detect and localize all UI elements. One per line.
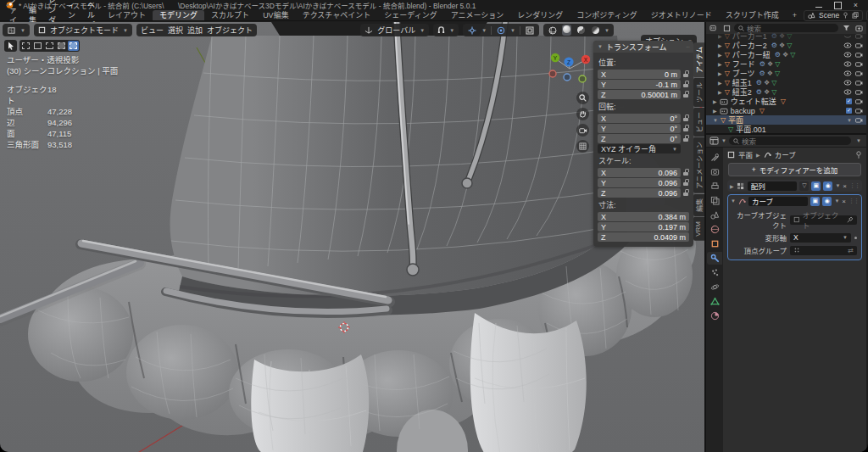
scale-y-field[interactable]: Y0.096 bbox=[598, 178, 681, 187]
select-invert-button[interactable] bbox=[56, 41, 67, 51]
dim-y-field[interactable]: Y0.197 m bbox=[598, 222, 689, 232]
lock-icon[interactable] bbox=[683, 135, 689, 142]
tweak-tool-button[interactable] bbox=[4, 40, 17, 52]
tab-tool-icon[interactable] bbox=[707, 151, 722, 164]
expand-icon[interactable]: ▶ bbox=[730, 183, 734, 189]
transform-panel-header[interactable]: ▼ トランスフォーム ··· bbox=[593, 41, 693, 53]
tab-object-icon[interactable] bbox=[707, 237, 722, 250]
properties-search-input[interactable]: 検索 bbox=[729, 137, 851, 145]
tab-vrm[interactable]: VRM bbox=[693, 217, 706, 241]
tab-edit[interactable]: 編集 bbox=[693, 194, 706, 216]
rotation-mode-dropdown[interactable]: XYZ オイラー角▼ bbox=[598, 144, 681, 153]
gizmo-axis-neg-y[interactable] bbox=[579, 75, 586, 82]
workspace-tab-animation[interactable]: アニメーション bbox=[444, 10, 511, 20]
lock-icon[interactable] bbox=[683, 114, 689, 122]
modifier-extras-icon[interactable]: ▼ bbox=[834, 198, 839, 204]
drag-handle-icon[interactable]: ⋮⋮ bbox=[849, 182, 860, 189]
shading-material-button[interactable] bbox=[576, 25, 586, 36]
swap-icon[interactable]: ⇄ bbox=[848, 247, 854, 254]
tab-viewlayer-icon[interactable] bbox=[707, 194, 722, 207]
view-menu[interactable]: ビュー bbox=[141, 25, 164, 36]
select-set-button[interactable] bbox=[20, 41, 31, 51]
collection-checkbox[interactable]: ✓ bbox=[846, 108, 852, 114]
workspace-tab-layout[interactable]: レイアウト bbox=[101, 10, 153, 20]
rotation-y-field[interactable]: Y0° bbox=[598, 124, 681, 133]
transform-orientation-selector[interactable]: グローバル ▼ bbox=[360, 24, 429, 36]
vertex-group-field[interactable]: ⇄ bbox=[790, 246, 857, 255]
close-icon[interactable]: × bbox=[842, 198, 846, 205]
shading-wireframe-button[interactable] bbox=[548, 25, 558, 36]
modifier-extras-icon[interactable]: ▼ bbox=[835, 183, 840, 188]
copy-icon[interactable] bbox=[852, 12, 859, 19]
camera-visibility-icon[interactable] bbox=[855, 70, 863, 76]
lock-icon[interactable] bbox=[683, 189, 689, 197]
pin-icon[interactable] bbox=[855, 151, 862, 159]
workspace-tab-compositing[interactable]: コンポジティング bbox=[570, 10, 643, 20]
workspace-tab-texpaint[interactable]: テクスチャペイント bbox=[296, 10, 378, 20]
deform-axis-dropdown[interactable]: X ▼ bbox=[790, 233, 851, 243]
camera-visibility-icon[interactable] bbox=[855, 89, 863, 95]
gizmos-toggle[interactable] bbox=[467, 25, 477, 36]
scale-x-field[interactable]: X0.096 bbox=[598, 168, 681, 177]
ortho-toggle-button[interactable] bbox=[576, 140, 589, 153]
render-toggle[interactable]: ◉ bbox=[822, 197, 832, 206]
rotation-x-field[interactable]: X0° bbox=[598, 114, 681, 123]
render-toggle[interactable]: ◉ bbox=[823, 181, 832, 191]
modifier-name-field[interactable]: カーブ bbox=[748, 197, 808, 206]
tab-particles-icon[interactable] bbox=[707, 266, 722, 279]
tab-modifiers-icon[interactable] bbox=[707, 252, 722, 265]
pan-button[interactable] bbox=[576, 108, 589, 120]
outliner-row-parka2[interactable]: ▶▽パーカー2 ⚙❖▽ bbox=[706, 41, 866, 50]
lock-icon[interactable] bbox=[683, 81, 689, 88]
outliner-row-weight-transfer[interactable]: ▶ ウェイト転送 ▽ ✓ bbox=[706, 97, 866, 106]
add-menu[interactable]: 追加 bbox=[187, 25, 203, 36]
animate-dot[interactable] bbox=[854, 237, 857, 239]
workspace-tab-geonodes[interactable]: ジオメトリノード bbox=[644, 10, 719, 20]
location-y-field[interactable]: Y-0.1 m bbox=[598, 80, 681, 89]
scale-z-field[interactable]: Z0.096 bbox=[598, 188, 681, 198]
outliner-row-parka1[interactable]: ▶▽パーカー1 ⚙❖▽ bbox=[706, 31, 866, 41]
modifier-array[interactable]: ▶ 配列 ▽ ▣ ◉ ▼ × ⋮⋮ bbox=[727, 180, 862, 192]
tab-material-icon[interactable] bbox=[707, 310, 722, 322]
modifier-name-field[interactable]: 配列 bbox=[748, 181, 798, 191]
object-menu[interactable]: オブジェクト bbox=[207, 25, 253, 36]
lock-icon[interactable] bbox=[683, 169, 689, 176]
properties-options-button[interactable]: ▼ bbox=[854, 136, 864, 146]
eye-icon[interactable] bbox=[843, 70, 852, 76]
close-button[interactable]: × bbox=[854, 2, 858, 9]
collapse-icon[interactable]: ▼ bbox=[731, 198, 736, 204]
panel-menu-icon[interactable]: ··· bbox=[686, 44, 689, 50]
eye-icon[interactable] bbox=[843, 52, 852, 58]
close-icon[interactable]: × bbox=[843, 182, 847, 190]
workspace-tab-modeling[interactable]: モデリング bbox=[153, 10, 204, 20]
outliner-row-boots[interactable]: ▶▽ブーツ ⚙❖▽ bbox=[706, 69, 866, 78]
tab-scene-icon[interactable] bbox=[707, 209, 722, 221]
modifier-curve[interactable]: ▼ カーブ ▣ ◉ ▼ × ⋮⋮ カーブオブ bbox=[727, 194, 862, 260]
location-z-field[interactable]: Z0.50001 m bbox=[598, 90, 681, 99]
tab-physics-icon[interactable] bbox=[707, 281, 722, 293]
realtime-toggle[interactable]: ▣ bbox=[810, 197, 820, 206]
camera-visibility-icon[interactable] bbox=[855, 33, 863, 39]
workspace-tab-shading[interactable]: シェーディング bbox=[377, 10, 443, 20]
minimize-button[interactable] bbox=[815, 7, 822, 8]
maximize-button[interactable] bbox=[834, 2, 842, 9]
tab-view[interactable]: ビュー bbox=[693, 108, 706, 137]
rotation-z-field[interactable]: Z0° bbox=[598, 134, 681, 143]
pin-icon[interactable] bbox=[843, 12, 849, 19]
workspace-tab-uv[interactable]: UV編集 bbox=[256, 10, 296, 20]
outliner-row-plane-data[interactable]: ▽平面.001 bbox=[706, 125, 866, 134]
breadcrumb-data[interactable]: カーブ bbox=[775, 149, 796, 159]
breadcrumb-object[interactable]: 平面 bbox=[738, 149, 753, 159]
outliner-row-parka-himo[interactable]: ▶▽パーカー紐 ⚙❖▽ bbox=[706, 50, 866, 59]
camera-visibility-icon[interactable] bbox=[855, 42, 863, 48]
dim-x-field[interactable]: X0.384 m bbox=[598, 212, 689, 221]
shading-rendered-button[interactable] bbox=[590, 25, 600, 36]
lock-icon[interactable] bbox=[683, 91, 689, 98]
mode-selector[interactable]: オブジェクトモード ▼ bbox=[34, 24, 132, 36]
gizmo-axis-neg-z[interactable] bbox=[564, 74, 570, 81]
properties-editor-type-button[interactable] bbox=[709, 136, 719, 146]
gizmo-axis-neg-x[interactable] bbox=[549, 70, 556, 77]
outliner-row-plane-active[interactable]: ▼▽平面 ▼ bbox=[706, 115, 866, 125]
camera-visibility-icon[interactable] bbox=[855, 80, 863, 86]
tab-animation[interactable]: アニメーション bbox=[693, 137, 706, 193]
